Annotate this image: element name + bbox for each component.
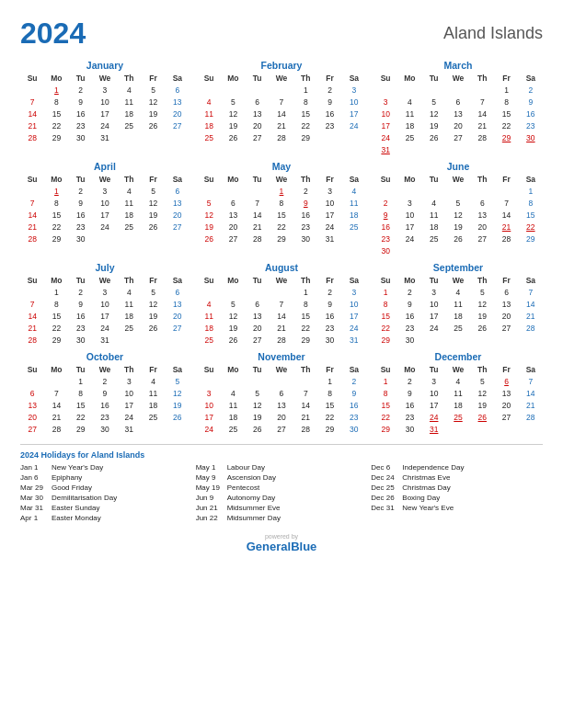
calendar-day: 2 <box>69 185 93 197</box>
calendar-day: 21 <box>20 221 44 233</box>
holiday-date: May 1 <box>196 463 224 472</box>
calendar-day: 21 <box>293 411 317 423</box>
calendar-day: 7 <box>494 197 518 209</box>
holiday-name: Epiphany <box>52 473 82 482</box>
calendar-day <box>246 286 270 298</box>
calendar-day: 9 <box>519 96 543 108</box>
calendar-day: 13 <box>270 399 293 411</box>
calendar-day: 20 <box>446 119 470 131</box>
brand-general: General <box>247 540 291 553</box>
calendar-day: 12 <box>166 387 190 399</box>
calendar-day: 3 <box>93 84 117 96</box>
calendar-day <box>422 334 446 346</box>
calendar-day <box>141 423 165 435</box>
calendar-day: 15 <box>373 310 397 322</box>
calendar-day: 14 <box>293 399 317 411</box>
calendar-day: 20 <box>470 221 494 233</box>
calendar-day: 1 <box>293 286 317 298</box>
calendar-day: 18 <box>117 209 141 221</box>
weekday-header: Tu <box>246 275 270 286</box>
calendar-day: 5 <box>422 96 446 108</box>
calendar-day: 25 <box>221 423 245 435</box>
calendar-day: 5 <box>470 286 494 298</box>
calendar-day <box>20 375 44 387</box>
calendar-day: 9 <box>397 298 421 310</box>
calendar-day: 12 <box>470 387 494 399</box>
calendar-day: 8 <box>519 197 543 209</box>
holiday-date: Jun 21 <box>196 504 224 512</box>
calendar-day: 27 <box>246 131 270 143</box>
calendar-day: 21 <box>270 119 293 131</box>
calendar-day: 28 <box>470 131 494 143</box>
calendar-day <box>342 233 366 245</box>
weekday-header: Su <box>197 73 221 84</box>
calendar-day: 14 <box>270 108 293 119</box>
calendar-day <box>494 143 518 155</box>
holiday-name: Independence Day <box>402 463 464 472</box>
weekday-header: Th <box>293 364 317 375</box>
calendar-day: 8 <box>293 96 317 108</box>
holiday-name: Ascension Day <box>227 473 276 482</box>
calendar-day <box>197 375 221 387</box>
calendar-day: 22 <box>293 322 317 334</box>
calendar-day: 10 <box>342 298 366 310</box>
calendar-day: 2 <box>373 197 397 209</box>
calendar-day: 17 <box>117 399 141 411</box>
calendar-day: 19 <box>221 322 245 334</box>
weekday-header: We <box>93 73 117 84</box>
calendar-day: 18 <box>446 399 470 411</box>
calendar-day: 1 <box>317 375 341 387</box>
calendar-day: 12 <box>141 197 165 209</box>
calendar-day: 21 <box>494 221 518 233</box>
calendar-day: 16 <box>293 209 317 221</box>
holiday-item: Dec 26Boxing Day <box>371 494 543 502</box>
calendar-day: 20 <box>246 322 270 334</box>
holiday-name: Easter Monday <box>52 514 101 522</box>
weekday-header: Th <box>293 174 317 185</box>
calendar-day: 31 <box>93 334 117 346</box>
calendar-day: 13 <box>166 197 190 209</box>
calendar-day: 16 <box>342 399 366 411</box>
calendar-day: 18 <box>197 322 221 334</box>
calendar-day: 4 <box>117 84 141 96</box>
calendar-day: 25 <box>397 131 421 143</box>
calendar-day: 30 <box>69 334 93 346</box>
calendar-day: 6 <box>166 185 190 197</box>
calendar-day: 27 <box>20 423 44 435</box>
month-title: September <box>373 262 543 273</box>
calendar-day: 23 <box>397 322 421 334</box>
calendar-day: 23 <box>519 119 543 131</box>
calendar-day: 14 <box>20 108 44 119</box>
calendar-day <box>221 375 245 387</box>
calendar-day: 15 <box>270 209 293 221</box>
calendar-day: 21 <box>44 411 68 423</box>
calendar-day <box>446 334 470 346</box>
calendar-day <box>446 245 470 256</box>
calendar-day: 8 <box>270 197 293 209</box>
calendar-day <box>397 245 421 256</box>
calendar-day: 8 <box>44 96 68 108</box>
calendar-day: 4 <box>197 96 221 108</box>
calendar-table: SuMoTuWeThFrSa12345678910111213141516171… <box>20 174 190 245</box>
calendar-day: 19 <box>141 310 165 322</box>
calendar-day: 25 <box>117 119 141 131</box>
calendar-day <box>221 84 245 96</box>
calendar-day: 1 <box>44 286 68 298</box>
month-title: July <box>20 262 190 273</box>
calendar-day: 22 <box>44 221 68 233</box>
weekday-header: Th <box>117 73 141 84</box>
holiday-name: Midsummer Day <box>227 514 281 522</box>
weekday-header: Su <box>197 275 221 286</box>
holidays-title: 2024 Holidays for Aland Islands <box>20 450 543 460</box>
calendar-day: 27 <box>221 233 245 245</box>
calendar-day: 12 <box>141 298 165 310</box>
holidays-col2: May 1Labour DayMay 9Ascension DayMay 19P… <box>196 463 368 524</box>
holiday-date: Jun 9 <box>196 494 224 502</box>
holiday-item: Dec 6Independence Day <box>371 463 543 472</box>
calendar-day <box>446 423 470 435</box>
calendar-table: SuMoTuWeThFrSa12345678910111213141516171… <box>197 73 366 143</box>
calendar-day: 26 <box>446 233 470 245</box>
holidays-section: 2024 Holidays for Aland Islands Jan 1New… <box>20 444 543 524</box>
month-title: January <box>20 60 190 71</box>
weekday-header: Su <box>20 174 44 185</box>
